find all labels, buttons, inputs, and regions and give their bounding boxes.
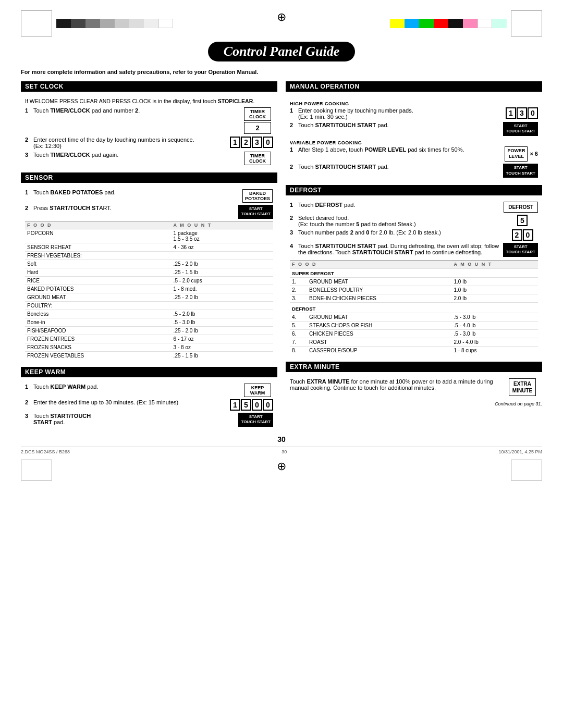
keep-warm-step1: 1 Touch KEEP WARM pad. KEEP WARM — [25, 384, 273, 397]
timer-clock-pad-3[interactable]: TIMER CLOCK — [244, 152, 271, 165]
table-row: DEFROST — [290, 302, 538, 313]
power-level-display: POWER LEVEL × 6 — [505, 146, 538, 162]
keep-warm-pad[interactable]: KEEP WARM — [244, 384, 271, 397]
variable-start-touch-pad[interactable]: STARTTOUCH START — [503, 164, 538, 178]
table-row: SENSOR REHEAT4 - 36 oz — [25, 243, 273, 251]
sensor-content: 1 Touch BAKED POTATOES pad. BAKED POTATO… — [21, 186, 277, 363]
keep-warm-step2: 2 Enter the desired time up to 30 minute… — [25, 399, 273, 411]
table-row: Hard.25 - 1.5 lb — [25, 268, 273, 276]
defrost-food-col-header: F O O D — [290, 260, 452, 268]
sensor-header: SENSOR — [21, 172, 277, 183]
time-display: 1 2 3 0 — [230, 137, 273, 148]
keep-warm-section: KEEP WARM 1 Touch KEEP WARM pad. KEEP WA… — [21, 367, 277, 430]
set-clock-header: SET CLOCK — [21, 81, 277, 92]
sensor-food-table: F O O D A M O U N T POPCORN1 package1.5 … — [25, 221, 273, 360]
table-row: POPCORN1 package1.5 - 3.5 oz — [25, 229, 273, 243]
set-clock-step3: 3 Touch TIMER/CLOCK pad again. TIMER CLO… — [25, 152, 273, 165]
table-row: FROZEN VEGETABLES.25 - 1.5 lb — [25, 351, 273, 360]
table-row: FROZEN ENTREES6 - 17 oz — [25, 335, 273, 343]
keep-warm-content: 1 Touch KEEP WARM pad. KEEP WARM 2 Enter… — [21, 380, 277, 430]
high-power-label: HIGH POWER COOKING — [290, 101, 538, 106]
variable-power-label: VARIABLE POWER COOKING — [290, 140, 538, 145]
table-row: 3.BONE-IN CHICKEN PIECES2.0 lb — [290, 294, 538, 302]
defrost-pad-button[interactable]: DEFROST — [504, 202, 538, 213]
corner-mark-br — [511, 460, 542, 480]
defrost-header: DEFROST — [286, 185, 542, 195]
defrost-start-touch-pad[interactable]: STARTTOUCH START — [503, 243, 538, 257]
keep-warm-header: KEEP WARM — [21, 367, 277, 377]
color-bar-right — [390, 19, 507, 28]
set-clock-step1: 1 Touch TIMER/CLOCK pad and number 2. TI… — [25, 107, 273, 134]
table-row: Boneless.5 - 2.0 lb — [25, 310, 273, 318]
keep-warm-time-display: 1 5 0 0 — [230, 399, 273, 411]
variable-step2: 2 Touch START/TOUCH START pad. STARTTOUC… — [290, 164, 538, 178]
col-right: MANUAL OPERATION HIGH POWER COOKING 1 En… — [286, 81, 542, 430]
defrost-section: DEFROST 1 Touch DEFROST pad. DEFROST — [286, 185, 542, 357]
page-title: Control Panel Guide — [208, 42, 355, 61]
defrost-step3: 3 Touch number pads 2 and 0 for 2.0 lb. … — [290, 229, 538, 241]
manual-operation-header: MANUAL OPERATION — [286, 81, 542, 92]
footer-center: 30 — [282, 449, 287, 454]
keep-warm-step3: 3 Touch START/TOUCHSTART pad. STARTTOUCH… — [25, 413, 273, 427]
defrost-weight-display: 2 0 — [512, 229, 533, 241]
table-row: GROUND MEAT.25 - 2.0 lb — [25, 293, 273, 301]
defrost-food-display: 5 — [517, 215, 528, 226]
sensor-step1: 1 Touch BAKED POTATOES pad. BAKED POTATO… — [25, 189, 273, 203]
table-row: FROZEN SNACKS3 - 8 oz — [25, 343, 273, 351]
registration-mark-top: ⊕ — [277, 10, 286, 36]
footer: 2.DCS MO24SS / B268 30 10/31/2001, 4:25 … — [21, 447, 542, 454]
extra-minute-text: Touch EXTRA MINUTE for one minute at 100… — [290, 378, 503, 391]
sensor-amount-col-header: A M O U N T — [172, 221, 273, 229]
table-row: FISH/SEAFOOD.25 - 2.0 lb — [25, 326, 273, 335]
extra-minute-pad[interactable]: EXTRAMINUTE — [509, 378, 536, 396]
power-level-pad[interactable]: POWER LEVEL — [505, 146, 528, 162]
extra-minute-content-row: Touch EXTRA MINUTE for one minute at 100… — [290, 378, 538, 396]
defrost-step1: 1 Touch DEFROST pad. DEFROST — [290, 202, 538, 213]
continued-text: Continued on page 31. — [286, 401, 542, 406]
page-title-container: Control Panel Guide — [21, 42, 542, 61]
defrost-amount-col-header: A M O U N T — [452, 260, 538, 268]
sensor-food-col-header: F O O D — [25, 221, 172, 229]
table-row: 6.CHICKEN PIECES.5 - 3.0 lb — [290, 329, 538, 338]
sensor-section: SENSOR 1 Touch BAKED POTATOES pad. BAKED… — [21, 172, 277, 363]
footer-right: 10/31/2001, 4:25 PM — [498, 449, 542, 454]
manual-time-display: 1 3 0 — [506, 107, 538, 119]
subtitle: For more complete information and safety… — [21, 69, 542, 75]
baked-potatoes-pad[interactable]: BAKED POTATOES — [242, 189, 273, 203]
manual-operation-section: MANUAL OPERATION HIGH POWER COOKING 1 En… — [286, 81, 542, 181]
table-row: 5.STEAKS CHOPS OR FISH.5 - 4.0 lb — [290, 321, 538, 329]
defrost-step2: 2 Select desired food.(Ex: touch the num… — [290, 215, 538, 227]
footer-left: 2.DCS MO24SS / B268 — [21, 449, 70, 454]
color-bars: ⊕ — [21, 10, 542, 36]
timer-clock-pad-1[interactable]: TIMER CLOCK — [244, 107, 271, 121]
keep-warm-start-touch-pad[interactable]: STARTTOUCH START — [238, 413, 273, 427]
page-number: 30 — [21, 435, 542, 443]
main-content: SET CLOCK If WELCOME PRESS CLEAR AND PRE… — [21, 81, 542, 430]
table-row: RICE.5 - 2.0 cups — [25, 276, 273, 285]
extra-minute-content: Touch EXTRA MINUTE for one minute at 100… — [286, 375, 542, 399]
table-row: POULTRY: — [25, 301, 273, 310]
manual-operation-content: HIGH POWER COOKING 1 Enter cooking time … — [286, 95, 542, 181]
table-row: 2.BONELESS POULTRY1.0 lb — [290, 286, 538, 294]
variable-step1: 1 After Step 1 above, touch POWER LEVEL … — [290, 146, 538, 162]
corner-mark-bl — [21, 460, 52, 480]
extra-minute-header: EXTRA MINUTE — [286, 362, 542, 372]
defrost-content: 1 Touch DEFROST pad. DEFROST 2 Select de… — [286, 199, 542, 357]
table-row: Bone-in.5 - 3.0 lb — [25, 318, 273, 326]
table-row: 1.GROUND MEAT1.0 lb — [290, 277, 538, 286]
col-left: SET CLOCK If WELCOME PRESS CLEAR AND PRE… — [21, 81, 277, 430]
defrost-step4: 4 Touch START/TOUCH START pad. During de… — [290, 243, 538, 257]
set-clock-section: SET CLOCK If WELCOME PRESS CLEAR AND PRE… — [21, 81, 277, 168]
set-clock-step2: 2 Enter correct time of the day by touch… — [25, 137, 273, 149]
number-2-display: 2 — [244, 122, 271, 134]
table-row: BAKED POTATOES1 - 8 med. — [25, 285, 273, 293]
table-row: FRESH VEGETABLES: — [25, 251, 273, 260]
registration-mark-bottom: ⊕ — [277, 460, 286, 480]
table-row: Soft.25 - 2.0 lb — [25, 260, 273, 268]
sensor-start-touch-pad[interactable]: STARTTOUCH START — [238, 205, 273, 219]
extra-minute-section: EXTRA MINUTE Touch EXTRA MINUTE for one … — [286, 362, 542, 399]
sensor-step2: 2 Press START/TOUCH START. STARTTOUCH ST… — [25, 205, 273, 219]
bottom-marks: ⊕ — [21, 460, 542, 480]
set-clock-intro: If WELCOME PRESS CLEAR AND PRESS CLOCK i… — [25, 98, 273, 104]
manual-start-touch-pad[interactable]: STARTTOUCH START — [503, 122, 538, 136]
